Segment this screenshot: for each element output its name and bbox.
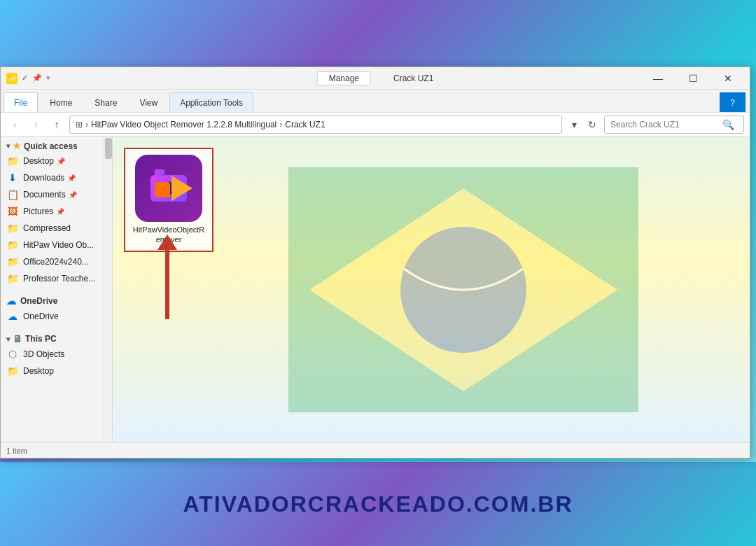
app-icon <box>135 155 202 222</box>
camera-play <box>150 175 187 202</box>
sidebar-item-compressed[interactable]: 📁 Compressed <box>1 220 112 237</box>
sidebar-item-hitpaw-label: HitPaw Video Ob... <box>23 240 94 250</box>
title-bar-center: Manage Crack UZ1 <box>317 71 434 85</box>
quick-access-star-icon: ★ <box>13 141 21 151</box>
sidebar-item-onedrive2[interactable]: ☁ OneDrive <box>1 308 112 325</box>
sidebar-item-downloads-label: Downloads <box>23 173 64 183</box>
orange-square <box>155 182 170 197</box>
sidebar-item-desktop2[interactable]: 📁 Desktop <box>1 363 112 379</box>
tab-file[interactable]: File <box>4 92 38 112</box>
forward-button[interactable]: › <box>27 116 44 133</box>
sidebar: ▾ ★ Quick access 📁 Desktop 📌 ⬇ Downloads… <box>1 136 113 442</box>
brazil-flag-watermark <box>288 167 638 412</box>
sidebar-item-office-label: Office2024v240... <box>23 257 89 267</box>
pictures-icon: 🖼 <box>6 205 19 218</box>
onedrive2-icon: ☁ <box>6 310 19 323</box>
tab-view[interactable]: View <box>129 92 168 112</box>
file-area: HitPawVideoObjectRemover <box>113 136 750 442</box>
desktop2-folder-icon: 📁 <box>6 365 19 377</box>
red-arrow <box>158 234 177 319</box>
manage-tab-label[interactable]: Manage <box>317 71 371 85</box>
pin-bar-icon: 📌 <box>32 74 42 83</box>
sidebar-item-downloads[interactable]: ⬇ Downloads 📌 <box>1 169 112 186</box>
title-bar: 📁 ✓ 📌 ▾ Manage Crack UZ1 — ☐ ✕ <box>1 67 750 90</box>
professor-folder-icon: 📁 <box>6 272 19 285</box>
sidebar-item-desktop2-label: Desktop <box>23 366 54 376</box>
sidebar-item-pictures-label: Pictures <box>23 206 53 216</box>
sidebar-item-onedrive2-label: OneDrive <box>23 312 59 321</box>
tab-help[interactable]: ? <box>720 92 746 112</box>
tab-home[interactable]: Home <box>39 92 83 112</box>
onedrive-icon: ☁ <box>6 295 16 307</box>
sidebar-item-office[interactable]: 📁 Office2024v240... <box>1 253 112 270</box>
play-triangle <box>172 176 192 201</box>
quick-access-bar-icon: ✓ <box>22 74 28 83</box>
downloads-icon: ⬇ <box>6 172 19 184</box>
search-input[interactable] <box>610 120 722 130</box>
up-button[interactable]: ↑ <box>48 116 65 133</box>
sidebar-section-quick-access[interactable]: ▾ ★ Quick access <box>1 136 112 153</box>
tab-share[interactable]: Share <box>84 92 127 112</box>
maximize-button[interactable]: ☐ <box>677 69 709 88</box>
sidebar-item-3d-objects[interactable]: ⬡ 3D Objects <box>1 346 112 363</box>
dropdown-path-button[interactable]: ▾ <box>566 117 582 132</box>
title-bar-left: 📁 ✓ 📌 ▾ <box>6 73 52 84</box>
documents-icon: 📋 <box>6 188 19 201</box>
sidebar-item-documents[interactable]: 📋 Documents 📌 <box>1 186 112 203</box>
search-icon: 🔍 <box>722 119 734 130</box>
sidebar-item-professor[interactable]: 📁 Professor Teache... <box>1 270 112 287</box>
address-controls: ▾ ↻ <box>566 117 600 132</box>
sidebar-item-desktop[interactable]: 📁 Desktop 📌 <box>1 153 112 169</box>
desktop-pin-icon: 📌 <box>57 158 65 165</box>
this-pc-icon: 🖥 <box>13 333 22 344</box>
documents-pin-icon: 📌 <box>69 191 77 199</box>
explorer-window: 📁 ✓ 📌 ▾ Manage Crack UZ1 — ☐ ✕ File Home… <box>0 66 750 458</box>
sidebar-section-onedrive[interactable]: ☁ OneDrive <box>1 291 112 308</box>
quick-access-arrow: ▾ <box>6 142 10 150</box>
sidebar-onedrive-label: OneDrive <box>20 296 57 306</box>
window-controls: — ☐ ✕ <box>642 69 744 88</box>
arrow-shaft <box>165 249 169 319</box>
sidebar-item-compressed-label: Compressed <box>23 223 71 233</box>
sidebar-this-pc-label: This PC <box>25 334 57 344</box>
dropdown-bar[interactable]: ▾ <box>46 74 50 83</box>
tab-application-tools[interactable]: Application Tools <box>169 92 253 112</box>
search-box[interactable]: 🔍 <box>604 115 744 134</box>
window-icon: 📁 <box>6 73 18 84</box>
address-bar: ‹ › ↑ ⊞ › HitPaw Video Object Remover 1.… <box>1 113 750 136</box>
sidebar-section-this-pc[interactable]: ▾ 🖥 This PC <box>1 329 112 346</box>
sidebar-item-professor-label: Professor Teache... <box>23 274 95 284</box>
sidebar-scrollbar[interactable] <box>104 136 112 442</box>
ribbon: File Home Share View Application Tools ? <box>1 90 750 113</box>
status-text: 1 item <box>6 447 27 455</box>
sidebar-item-hitpaw[interactable]: 📁 HitPaw Video Ob... <box>1 237 112 253</box>
address-path[interactable]: ⊞ › HitPaw Video Object Remover 1.2.2.8 … <box>69 115 562 134</box>
refresh-button[interactable]: ↻ <box>584 117 600 132</box>
close-button[interactable]: ✕ <box>712 69 744 88</box>
status-bar: 1 item <box>1 442 750 458</box>
path-current: Crack UZ1 <box>285 120 325 130</box>
sidebar-item-3d-label: 3D Objects <box>23 349 64 359</box>
minimize-button[interactable]: — <box>642 69 674 88</box>
camera-notch <box>155 169 164 176</box>
bottom-bar: ATIVADORCRACKEADO.COM.BR <box>0 462 756 546</box>
downloads-pin-icon: 📌 <box>67 174 76 182</box>
arrow-head <box>158 234 177 250</box>
sidebar-scrollbar-thumb[interactable] <box>105 138 112 159</box>
sidebar-item-pictures[interactable]: 🖼 Pictures 📌 <box>1 203 112 220</box>
office-folder-icon: 📁 <box>6 255 19 268</box>
sidebar-item-documents-label: Documents <box>23 190 66 200</box>
back-button[interactable]: ‹ <box>6 116 23 133</box>
compressed-folder-icon: 📁 <box>6 222 19 234</box>
bottom-text: ATIVADORCRACKEADO.COM.BR <box>183 491 573 517</box>
quick-access-label: Quick access <box>24 141 78 151</box>
3d-objects-icon: ⬡ <box>6 348 19 360</box>
ribbon-tabs: File Home Share View Application Tools ? <box>1 90 750 112</box>
hitpaw-folder-icon: 📁 <box>6 239 19 251</box>
window-title: Crack UZ1 <box>393 74 433 83</box>
path-folder: HitPaw Video Object Remover 1.2.2.8 Mult… <box>91 120 276 130</box>
thispc-arrow: ▾ <box>6 335 10 343</box>
desktop-folder-icon: 📁 <box>6 155 19 167</box>
path-part-1: ⊞ <box>76 120 83 130</box>
sidebar-item-desktop-label: Desktop <box>23 156 54 166</box>
